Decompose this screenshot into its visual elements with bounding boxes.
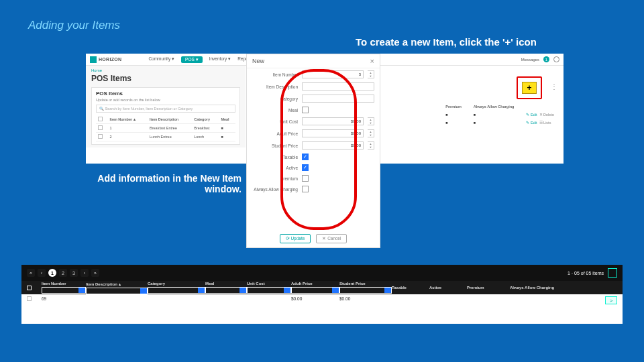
edit-link[interactable]: ✎ Edit	[526, 121, 537, 125]
messages-count-badge: 1	[543, 56, 549, 62]
slide-title: Adding your Items	[28, 19, 120, 32]
lists-link[interactable]: ☰ Lists	[539, 121, 551, 125]
stepper-icon[interactable]: ▲▼	[368, 117, 374, 125]
highlight-oval	[280, 69, 357, 230]
col-always-allow[interactable]: Always Allow Charging	[468, 103, 520, 110]
col-item-description[interactable]: Item Description ▴	[86, 282, 148, 286]
cancel-button[interactable]: ✕ Cancel	[316, 234, 347, 243]
nav-pos[interactable]: POS ▾	[181, 56, 203, 63]
cell: Lunch	[192, 133, 219, 141]
cell: ■	[219, 124, 235, 133]
pager-last[interactable]: »	[91, 269, 99, 277]
col-premium[interactable]: Premium	[440, 103, 467, 110]
cell-item-number: 69	[42, 296, 86, 301]
table-header-row: Item Number ▴ Item Description Category …	[96, 115, 235, 124]
filter-category[interactable]	[148, 287, 205, 294]
add-item-button[interactable]: +	[522, 82, 537, 94]
gear-icon[interactable]	[553, 56, 559, 62]
card-subtitle: Update or add records on the list below	[96, 98, 235, 102]
stepper-icon[interactable]: ▲▼	[368, 70, 374, 78]
pager-page-1[interactable]: 1	[48, 269, 56, 277]
col-premium[interactable]: Premium	[467, 286, 510, 290]
filter-item-number[interactable]	[42, 287, 86, 294]
cell: ■	[468, 111, 520, 118]
card-title: POS Items	[96, 90, 235, 97]
cell: Lunch Entree	[148, 133, 192, 141]
nav-inventory[interactable]: Inventory ▾	[209, 56, 231, 63]
cell: ■	[440, 111, 467, 118]
messages-label[interactable]: Messages	[521, 58, 539, 62]
row-checkbox[interactable]	[98, 134, 103, 139]
col-always-allow[interactable]: Always Allow Charging	[510, 286, 584, 290]
breadcrumb[interactable]: Home	[91, 68, 240, 72]
select-all-checkbox[interactable]	[27, 286, 32, 290]
nav-community[interactable]: Community ▾	[148, 56, 174, 63]
table-row[interactable]: 69 $0.00 $0.00 >	[21, 294, 623, 309]
items-grid-strip: « ‹ 1 2 3 › » 1 - 05 of 05 items Item Nu…	[21, 265, 623, 324]
col-student-price[interactable]: Student Price	[339, 282, 392, 286]
col-category[interactable]: Category	[192, 115, 219, 124]
table-row[interactable]: 2 Lunch Entree Lunch ■	[96, 133, 235, 141]
col-active[interactable]: Active	[429, 286, 467, 290]
cell: ■	[468, 119, 520, 126]
callout-new-window: Add information in the New Item window.	[74, 173, 241, 194]
brand-logo: HORIZON	[90, 56, 121, 63]
pager-next[interactable]: ›	[80, 269, 89, 277]
table-row: ■ ■ ✎ Edit ☰ Lists	[440, 119, 559, 126]
lbl-item-number: Item Number	[252, 72, 298, 77]
row-checkbox[interactable]	[98, 125, 103, 130]
col-adult-price[interactable]: Adult Price	[291, 282, 339, 286]
page-title: POS Items	[91, 74, 240, 83]
cell: 2	[108, 133, 148, 141]
col-item-number[interactable]: Item Number ▴	[108, 115, 148, 124]
col-item-number[interactable]: Item Number	[42, 282, 86, 286]
col-meal[interactable]: Meal	[205, 282, 247, 286]
pager-first[interactable]: «	[27, 269, 35, 277]
col-taxable[interactable]: Taxable	[392, 286, 429, 290]
stepper-icon[interactable]: ▲▼	[368, 141, 374, 149]
pager-prev[interactable]: ‹	[38, 269, 46, 277]
item-count-text: 1 - 05 of 05 items	[568, 271, 604, 276]
cell: Breakfast	[192, 124, 219, 133]
cell-adult-price: $0.00	[291, 296, 339, 301]
pager-page-2[interactable]: 2	[59, 269, 67, 277]
update-button[interactable]: ⟳ Update	[280, 234, 311, 243]
col-unit-cost[interactable]: Unit Cost	[247, 282, 291, 286]
table-row[interactable]: 1 Breakfast Entree Breakfast ■	[96, 124, 235, 133]
items-table: Item Number ▴ Item Description Category …	[96, 115, 235, 141]
pager: « ‹ 1 2 3 › »	[27, 269, 99, 277]
pager-page-3[interactable]: 3	[70, 269, 78, 277]
cell: ■	[440, 119, 467, 126]
close-icon[interactable]: ×	[370, 57, 374, 65]
grid-header: Item Number Item Description ▴ Category …	[21, 281, 623, 294]
edit-link[interactable]: ✎ Edit	[526, 113, 537, 117]
cell: ■	[219, 133, 235, 141]
col-meal[interactable]: Meal	[219, 115, 235, 124]
col-item-description[interactable]: Item Description	[148, 115, 192, 124]
filter-meal[interactable]	[205, 287, 247, 294]
brand-text: HORIZON	[99, 57, 121, 62]
callout-plus: To create a new Item, click the '+' icon	[356, 36, 537, 48]
pos-items-card: POS Items Update or add records on the l…	[91, 87, 240, 145]
filter-unit-cost[interactable]	[247, 287, 291, 294]
row-expand-button[interactable]: >	[605, 296, 617, 304]
row-checkbox[interactable]	[27, 296, 32, 301]
brand-mark-icon	[90, 56, 97, 63]
table-row: ■ ■ ✎ Edit ✕ Delete	[440, 111, 559, 118]
items-table-right: Premium Always Allow Charging ■ ■ ✎ Edit…	[439, 102, 561, 127]
add-item-button[interactable]	[608, 268, 617, 278]
col-category[interactable]: Category	[148, 282, 205, 286]
filter-adult-price[interactable]	[291, 287, 339, 294]
stepper-icon[interactable]: ▲▼	[368, 129, 374, 137]
delete-link[interactable]: ✕ Delete	[539, 113, 554, 117]
filter-student-price[interactable]	[339, 287, 392, 294]
cell-student-price: $0.00	[339, 296, 392, 301]
kebab-icon[interactable]: ⋮	[551, 83, 557, 90]
modal-title: New	[252, 58, 264, 64]
search-input[interactable]: 🔍 Search by Item Number, Item Descriptio…	[96, 105, 235, 113]
select-all-checkbox[interactable]	[98, 117, 103, 121]
cell: 1	[108, 124, 148, 133]
cell: Breakfast Entree	[148, 124, 192, 133]
filter-item-description[interactable]	[86, 288, 148, 294]
